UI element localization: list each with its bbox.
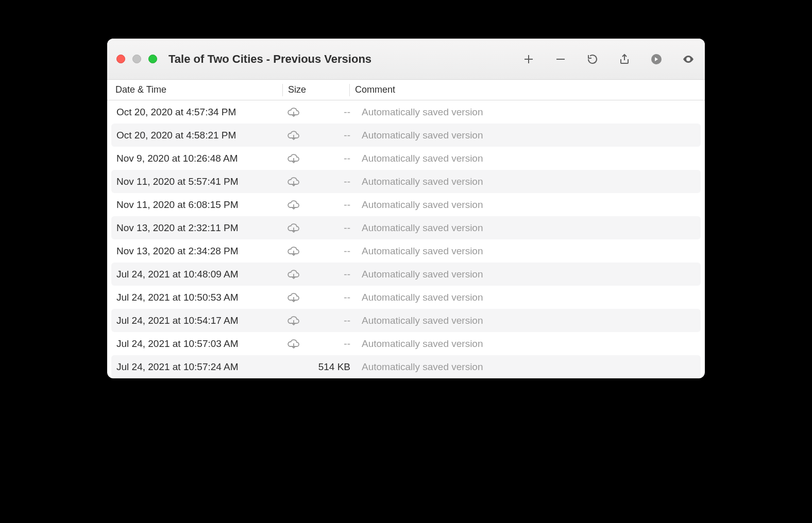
cloud-download-icon[interactable] — [282, 176, 305, 187]
version-comment: Automatically saved version — [354, 292, 701, 303]
version-date: Nov 11, 2020 at 5:57:41 PM — [111, 176, 282, 187]
cloud-download-icon[interactable] — [282, 107, 305, 118]
toolbar-actions — [521, 52, 696, 66]
column-header-comment[interactable]: Comment — [349, 84, 705, 96]
versions-list: Oct 20, 2020 at 4:57:34 PM--Automaticall… — [107, 100, 705, 378]
version-size: -- — [305, 153, 354, 164]
version-comment: Automatically saved version — [354, 199, 701, 211]
version-date: Oct 20, 2020 at 4:57:34 PM — [111, 107, 282, 118]
share-button[interactable] — [617, 52, 632, 66]
cloud-download-icon[interactable] — [282, 246, 305, 257]
version-comment: Automatically saved version — [354, 269, 701, 280]
table-row[interactable]: Jul 24, 2021 at 10:48:09 AM--Automatical… — [111, 263, 701, 286]
version-size: -- — [305, 176, 354, 187]
cloud-download-icon[interactable] — [282, 222, 305, 234]
version-size: -- — [305, 199, 354, 211]
table-row[interactable]: Nov 9, 2020 at 10:26:48 AM--Automaticall… — [111, 147, 701, 170]
version-comment: Automatically saved version — [354, 246, 701, 257]
version-comment: Automatically saved version — [354, 315, 701, 326]
zoom-button[interactable] — [148, 55, 157, 63]
cloud-download-icon[interactable] — [282, 153, 305, 164]
version-size: 514 KB — [305, 361, 354, 373]
version-size: -- — [305, 222, 354, 234]
version-comment: Automatically saved version — [354, 153, 701, 164]
version-comment: Automatically saved version — [354, 130, 701, 141]
version-date: Jul 24, 2021 at 10:50:53 AM — [111, 292, 282, 303]
table-row[interactable]: Nov 11, 2020 at 5:57:41 PM--Automaticall… — [111, 170, 701, 193]
cloud-download-icon[interactable] — [282, 269, 305, 280]
window-controls — [116, 55, 157, 63]
restore-button[interactable] — [585, 52, 600, 66]
table-row[interactable]: Jul 24, 2021 at 10:57:03 AM--Automatical… — [111, 332, 701, 355]
version-date: Jul 24, 2021 at 10:57:03 AM — [111, 338, 282, 350]
column-header-date[interactable]: Date & Time — [107, 84, 282, 95]
version-size: -- — [305, 292, 354, 303]
window-title: Tale of Two Cities - Previous Versions — [168, 53, 371, 66]
version-date: Nov 11, 2020 at 6:08:15 PM — [111, 199, 282, 211]
column-header-size[interactable]: Size — [282, 84, 349, 96]
table-row[interactable]: Jul 24, 2021 at 10:57:24 AM514 KBAutomat… — [111, 355, 701, 378]
close-button[interactable] — [116, 55, 125, 63]
versions-window: Tale of Two Cities - Previous Versions — [107, 39, 705, 378]
cloud-download-icon[interactable] — [282, 315, 305, 326]
cloud-download-icon[interactable] — [282, 130, 305, 141]
cloud-download-icon[interactable] — [282, 199, 305, 211]
remove-button[interactable] — [553, 52, 568, 66]
version-size: -- — [305, 315, 354, 326]
table-header: Date & Time Size Comment — [107, 80, 705, 100]
version-comment: Automatically saved version — [354, 222, 701, 234]
add-button[interactable] — [521, 52, 536, 66]
version-comment: Automatically saved version — [354, 361, 701, 373]
table-row[interactable]: Nov 13, 2020 at 2:32:11 PM--Automaticall… — [111, 216, 701, 239]
table-row[interactable]: Nov 11, 2020 at 6:08:15 PM--Automaticall… — [111, 193, 701, 216]
titlebar: Tale of Two Cities - Previous Versions — [107, 39, 705, 80]
version-comment: Automatically saved version — [354, 176, 701, 187]
version-size: -- — [305, 246, 354, 257]
preview-button[interactable] — [681, 52, 696, 66]
open-button[interactable] — [649, 52, 664, 66]
table-row[interactable]: Oct 20, 2020 at 4:58:21 PM--Automaticall… — [111, 124, 701, 147]
version-date: Jul 24, 2021 at 10:48:09 AM — [111, 269, 282, 280]
version-size: -- — [305, 338, 354, 350]
version-date: Nov 13, 2020 at 2:32:11 PM — [111, 222, 282, 234]
version-date: Nov 13, 2020 at 2:34:28 PM — [111, 246, 282, 257]
cloud-download-icon[interactable] — [282, 338, 305, 350]
svg-point-4 — [687, 58, 689, 60]
version-date: Oct 20, 2020 at 4:58:21 PM — [111, 130, 282, 141]
table-row[interactable]: Jul 24, 2021 at 10:50:53 AM--Automatical… — [111, 286, 701, 309]
cloud-download-icon[interactable] — [282, 292, 305, 303]
version-size: -- — [305, 130, 354, 141]
table-row[interactable]: Nov 13, 2020 at 2:34:28 PM--Automaticall… — [111, 239, 701, 263]
version-date: Jul 24, 2021 at 10:57:24 AM — [111, 361, 282, 373]
minimize-button[interactable] — [132, 55, 141, 63]
version-date: Nov 9, 2020 at 10:26:48 AM — [111, 153, 282, 164]
version-comment: Automatically saved version — [354, 107, 701, 118]
version-comment: Automatically saved version — [354, 338, 701, 350]
version-size: -- — [305, 269, 354, 280]
table-row[interactable]: Oct 20, 2020 at 4:57:34 PM--Automaticall… — [111, 100, 701, 124]
version-size: -- — [305, 107, 354, 118]
table-row[interactable]: Jul 24, 2021 at 10:54:17 AM--Automatical… — [111, 309, 701, 332]
version-date: Jul 24, 2021 at 10:54:17 AM — [111, 315, 282, 326]
